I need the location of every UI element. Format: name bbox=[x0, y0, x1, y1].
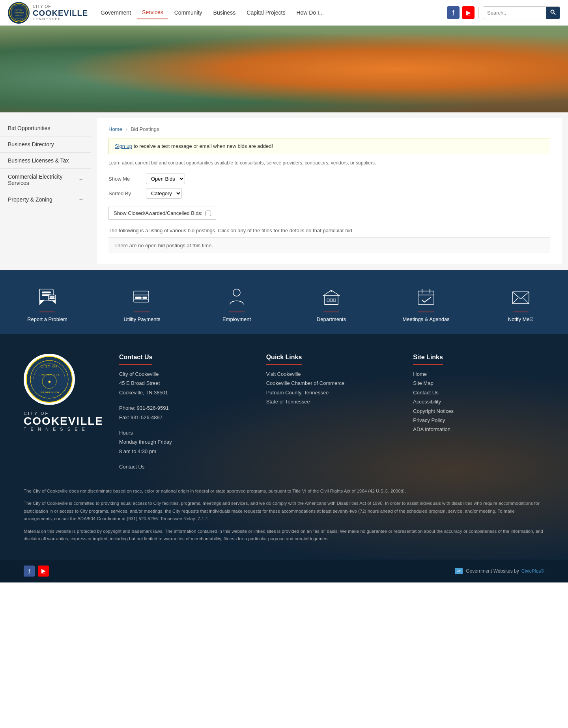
quick-links-heading: Quick Links bbox=[266, 354, 302, 365]
svg-text:CITY OF: CITY OF bbox=[15, 9, 22, 11]
nav-business[interactable]: Business bbox=[209, 6, 241, 19]
hero-image bbox=[0, 26, 568, 112]
envelope-icon bbox=[509, 286, 532, 308]
footer-tennessee: T E N N E S S E E bbox=[24, 427, 103, 431]
svg-text:TENNESSEE: TENNESSEE bbox=[15, 15, 22, 17]
footer-visit-cookeville[interactable]: Visit Cookeville bbox=[266, 370, 398, 379]
footer-chamber[interactable]: Cookeville Chamber of Commerce bbox=[266, 379, 398, 388]
footer-site-accessibility[interactable]: Accessibility bbox=[413, 397, 544, 406]
footer-site-ada[interactable]: ADA Information bbox=[413, 425, 544, 434]
quick-link-employment[interactable]: Employment bbox=[213, 286, 260, 322]
logo-seal: CITY OF COOKEVILLE TENNESSEE FOUNDED 185… bbox=[8, 2, 30, 24]
logo-tennessee: Tennessee bbox=[33, 17, 88, 21]
social-icons: f ▶ bbox=[447, 6, 475, 19]
sorted-by-select[interactable]: Category Date Title bbox=[146, 188, 182, 199]
quick-links-bar: Report a Problem Utility Payments Employ… bbox=[0, 270, 568, 334]
quick-link-meetings[interactable]: Meetings & Agendas bbox=[402, 286, 450, 322]
civicplus-link[interactable]: CivicPlus® bbox=[521, 568, 544, 574]
person-icon bbox=[225, 286, 248, 308]
quick-link-divider-2 bbox=[134, 312, 150, 312]
no-bids-message: There are no open bid postings at this t… bbox=[108, 237, 550, 253]
nav-how-do-i[interactable]: How Do I... bbox=[291, 6, 328, 19]
youtube-icon[interactable]: ▶ bbox=[462, 6, 475, 19]
footer-site-contact[interactable]: Contact Us bbox=[413, 388, 544, 397]
svg-text:FOUNDED 1854: FOUNDED 1854 bbox=[15, 18, 23, 19]
svg-line-7 bbox=[554, 13, 555, 15]
nav-community[interactable]: Community bbox=[170, 6, 207, 19]
svg-rect-17 bbox=[143, 297, 147, 299]
footer-site-privacy[interactable]: Privacy Policy bbox=[413, 416, 544, 425]
contact-address2: Cookeville, TN 38501 bbox=[119, 388, 250, 397]
svg-rect-22 bbox=[327, 299, 329, 301]
facebook-icon[interactable]: f bbox=[447, 6, 460, 19]
quick-link-notify[interactable]: Notify Me® bbox=[497, 286, 544, 322]
building-icon bbox=[320, 286, 343, 308]
sidebar-item-business-directory[interactable]: Business Directory bbox=[0, 136, 91, 153]
footer-state-tn[interactable]: State of Tennessee bbox=[266, 397, 398, 406]
quick-link-label-report: Report a Problem bbox=[27, 316, 67, 322]
quick-link-utility-payments[interactable]: Utility Payments bbox=[118, 286, 166, 322]
quick-link-label-meetings: Meetings & Agendas bbox=[402, 316, 449, 322]
footer-site-home[interactable]: Home bbox=[413, 370, 544, 379]
quick-link-divider-5 bbox=[418, 312, 434, 312]
svg-rect-14 bbox=[134, 291, 149, 302]
footer-disclaimer: The City of Cookeville does not discrimi… bbox=[24, 487, 544, 543]
search-box bbox=[483, 6, 560, 19]
footer-social: f ▶ bbox=[24, 566, 49, 577]
quick-link-label-notify: Notify Me® bbox=[508, 316, 533, 322]
footer-quick-links: Quick Links Visit Cookeville Cookeville … bbox=[266, 354, 398, 472]
footer-youtube-icon[interactable]: ▶ bbox=[38, 566, 49, 577]
nav-capital-projects[interactable]: Capital Projects bbox=[242, 6, 290, 19]
logo-cookeville: Cookeville bbox=[33, 9, 88, 17]
breadcrumb-separator: › bbox=[125, 126, 127, 132]
header-right: f ▶ bbox=[447, 6, 560, 19]
footer-site-map[interactable]: Site Map bbox=[413, 379, 544, 388]
info-text: Learn about current bid and contract opp… bbox=[108, 160, 550, 166]
breadcrumb-home[interactable]: Home bbox=[108, 126, 122, 132]
contact-address1: 45 E Broad Street bbox=[119, 379, 250, 388]
svg-rect-28 bbox=[418, 291, 434, 304]
footer-seal: CITY OF COOKEVILLE ⭐ FOUNDED 1854 bbox=[24, 354, 75, 405]
sorted-by-label: Sorted By bbox=[108, 190, 140, 196]
payment-icon bbox=[130, 286, 154, 308]
nav-services[interactable]: Services bbox=[137, 6, 168, 19]
header: CITY OF COOKEVILLE TENNESSEE FOUNDED 185… bbox=[0, 0, 568, 26]
search-input[interactable] bbox=[483, 7, 546, 18]
expand-icon-2: + bbox=[79, 196, 83, 203]
footer-putnam-county[interactable]: Putnam County, Tennessee bbox=[266, 388, 398, 397]
search-divider bbox=[478, 7, 479, 19]
logo-link[interactable]: CITY OF COOKEVILLE TENNESSEE FOUNDED 185… bbox=[8, 2, 88, 24]
svg-line-33 bbox=[512, 298, 518, 304]
hero-background bbox=[0, 26, 568, 112]
sidebar-item-commercial-electricity[interactable]: Commercial Electricity Services + bbox=[0, 169, 91, 191]
show-me-row: Show Me Open Bids All Bids bbox=[108, 174, 550, 184]
quick-link-departments[interactable]: Departments bbox=[308, 286, 355, 322]
calendar-check-icon bbox=[414, 286, 438, 308]
footer-facebook-icon[interactable]: f bbox=[24, 566, 35, 577]
search-button[interactable] bbox=[546, 7, 560, 19]
nav-government[interactable]: Government bbox=[96, 6, 136, 19]
logo-text: City of Cookeville Tennessee bbox=[33, 4, 88, 21]
main-nav: Government Services Community Business C… bbox=[96, 6, 447, 19]
sidebar-item-property-zoning[interactable]: Property & Zoning + bbox=[0, 191, 91, 208]
contact-us-link[interactable]: Contact Us bbox=[119, 462, 250, 471]
signup-text: to receive a text message or email when … bbox=[132, 143, 273, 149]
breadcrumb: Home › Bid Postings bbox=[108, 126, 550, 132]
quick-link-divider bbox=[39, 312, 55, 312]
svg-rect-24 bbox=[333, 299, 336, 301]
svg-rect-13 bbox=[50, 298, 54, 299]
contact-hours-time: 8 am to 4:30 pm bbox=[119, 447, 250, 456]
show-me-select[interactable]: Open Bids All Bids bbox=[146, 174, 185, 184]
signup-notice: Sign up to receive a text message or ema… bbox=[108, 138, 550, 154]
svg-rect-11 bbox=[49, 295, 56, 301]
svg-rect-9 bbox=[42, 292, 50, 293]
footer-site-copyright[interactable]: Copyright Notices bbox=[413, 407, 544, 416]
quick-link-label-departments: Departments bbox=[317, 316, 346, 322]
quick-link-report-problem[interactable]: Report a Problem bbox=[24, 286, 71, 322]
svg-rect-23 bbox=[330, 299, 333, 301]
sidebar-item-bid-opportunities[interactable]: Bid Opportunities bbox=[0, 120, 91, 136]
sidebar-item-business-licenses[interactable]: Business Licenses & Tax bbox=[0, 153, 91, 169]
show-closed-checkbox[interactable] bbox=[206, 211, 211, 216]
powered-text: Government Websites by bbox=[466, 568, 519, 574]
signup-link[interactable]: Sign up bbox=[115, 143, 132, 149]
